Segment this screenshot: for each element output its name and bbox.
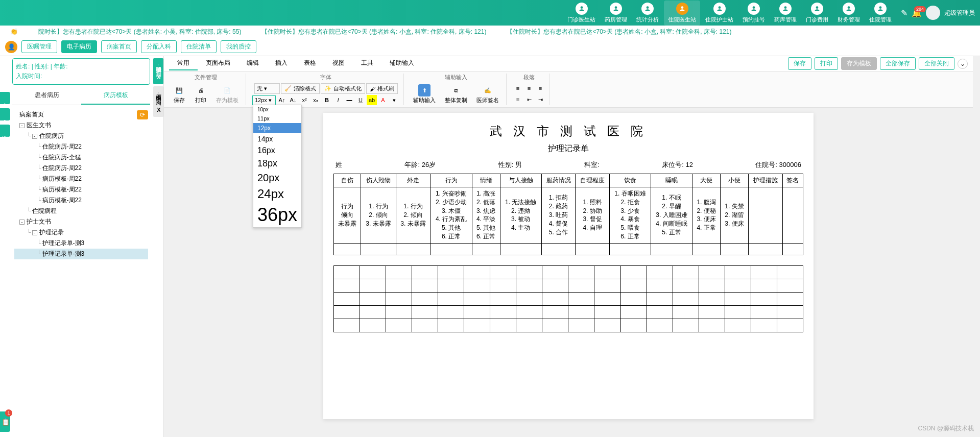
blank-cell[interactable]: [490, 279, 516, 292]
print-button[interactable]: 🖨打印: [192, 83, 210, 105]
nav-item[interactable]: 门诊费用: [802, 1, 832, 26]
auto-format-button[interactable]: ✨自动格式化: [321, 83, 365, 94]
blank-cell[interactable]: [438, 265, 464, 279]
side-tab-history[interactable]: 历史患者: [0, 125, 10, 137]
table-cell[interactable]: [500, 243, 541, 255]
blank-cell[interactable]: [647, 279, 673, 292]
superscript-icon[interactable]: x²: [299, 95, 309, 105]
font-size-option[interactable]: 14px: [253, 133, 301, 144]
nav-item[interactable]: 住院护士站: [701, 1, 737, 26]
blank-cell[interactable]: [620, 319, 647, 332]
strikethrough-icon[interactable]: —: [344, 95, 354, 105]
table-cell[interactable]: [431, 243, 472, 255]
blank-cell[interactable]: [360, 279, 386, 292]
tree-node[interactable]: └病历模板-周22: [14, 184, 148, 195]
user-name[interactable]: 超级管理员: [944, 9, 975, 17]
blank-cell[interactable]: [412, 305, 438, 319]
document-page[interactable]: 武 汉 市 测 试 医 院 护理记录单 姓 年龄: 26岁 性别: 男 科室: …: [323, 113, 814, 419]
table-cell[interactable]: [748, 243, 782, 255]
format-painter-button[interactable]: 🖌格式刷: [366, 83, 398, 94]
blank-cell[interactable]: [725, 279, 751, 292]
font-size-option[interactable]: 10px: [253, 105, 301, 114]
table-cell[interactable]: [541, 243, 576, 255]
blank-cell[interactable]: [334, 265, 360, 279]
blank-cell[interactable]: [360, 292, 386, 305]
blank-cell[interactable]: [594, 292, 620, 305]
table-cell[interactable]: [334, 243, 361, 255]
toolbar-button[interactable]: 医嘱管理: [21, 40, 57, 53]
tree-node[interactable]: └病历模板-周22: [14, 174, 148, 184]
blank-cell[interactable]: [699, 305, 725, 319]
close-icon[interactable]: X: [157, 107, 160, 113]
table-cell[interactable]: [782, 243, 803, 255]
blank-cell[interactable]: [568, 292, 594, 305]
font-size-option[interactable]: 11px: [253, 114, 301, 123]
blank-cell[interactable]: [699, 279, 725, 292]
blank-cell[interactable]: [725, 305, 751, 319]
blank-cell[interactable]: [751, 292, 777, 305]
table-cell[interactable]: 行为倾向未暴露: [334, 187, 361, 244]
toolbar-button[interactable]: 电子病历: [61, 40, 97, 53]
increase-font-icon[interactable]: A↑: [277, 95, 287, 105]
blank-cell[interactable]: [360, 265, 386, 279]
blank-cell[interactable]: [647, 305, 673, 319]
blank-cell[interactable]: [647, 292, 673, 305]
blank-cell[interactable]: [620, 279, 647, 292]
indent-left-icon[interactable]: ⇤: [524, 94, 534, 105]
tree-toggle-icon[interactable]: -: [32, 134, 37, 139]
toolbar-button[interactable]: 分配入科: [141, 40, 177, 53]
blank-cell[interactable]: [464, 279, 490, 292]
blank-cell[interactable]: [412, 265, 438, 279]
table-cell[interactable]: [576, 243, 610, 255]
blank-cell[interactable]: [516, 279, 542, 292]
menu-item[interactable]: 辅助输入: [381, 57, 422, 70]
blank-cell[interactable]: [464, 305, 490, 319]
blank-cell[interactable]: [673, 265, 699, 279]
blank-cell[interactable]: [334, 279, 360, 292]
tree-node[interactable]: -护士文书: [14, 216, 148, 227]
blank-cell[interactable]: [490, 292, 516, 305]
table-cell[interactable]: [721, 243, 749, 255]
blank-cell[interactable]: [568, 319, 594, 332]
blank-cell[interactable]: [673, 279, 699, 292]
toolbar-button[interactable]: 我的质控: [221, 40, 256, 53]
toolbar-button[interactable]: 病案首页: [101, 40, 137, 53]
table-cell[interactable]: [361, 243, 396, 255]
blank-cell[interactable]: [725, 292, 751, 305]
table-cell[interactable]: 1. 拒药2. 藏药3. 吐药4. 督促5. 合作: [541, 187, 576, 244]
font-size-option[interactable]: 24px: [253, 185, 301, 203]
font-family-select[interactable]: 无 ▾: [254, 83, 280, 94]
blank-cell[interactable]: [542, 265, 568, 279]
tree-node[interactable]: └护理记录单-测3: [14, 249, 148, 259]
blank-cell[interactable]: [699, 292, 725, 305]
blank-cell[interactable]: [334, 319, 360, 332]
side-tab-inpatient[interactable]: 在院患者: [0, 92, 10, 104]
nav-item[interactable]: 门诊医生站: [563, 1, 600, 26]
blank-cell[interactable]: [542, 305, 568, 319]
font-size-option[interactable]: 12px: [253, 123, 301, 133]
blank-cell[interactable]: [464, 292, 490, 305]
nav-item[interactable]: 药库管理: [770, 1, 801, 26]
blank-cell[interactable]: [516, 319, 542, 332]
blank-cell[interactable]: [542, 279, 568, 292]
blank-cell[interactable]: [777, 279, 803, 292]
assist-input-button[interactable]: ⬆辅助输入: [410, 83, 439, 105]
blank-cell[interactable]: [647, 319, 673, 332]
nav-item[interactable]: 统计分析: [632, 1, 663, 26]
blank-cell[interactable]: [386, 292, 412, 305]
blank-cell[interactable]: [594, 319, 620, 332]
table-cell[interactable]: 1. 照料2. 协助3. 督促4. 自理: [576, 187, 610, 244]
blank-cell[interactable]: [568, 279, 594, 292]
blank-cell[interactable]: [751, 319, 777, 332]
tree-toggle-icon[interactable]: -: [19, 220, 25, 225]
tree-node[interactable]: └住院病历-周22: [14, 141, 148, 152]
blank-cell[interactable]: [751, 279, 777, 292]
table-cell[interactable]: 1. 吞咽困难2. 拒食3. 少食4. 暴食5. 喂食6. 正常: [609, 187, 651, 244]
patient-icon[interactable]: 👤: [5, 41, 17, 53]
tree-node[interactable]: └-护理记录: [14, 227, 148, 238]
blank-cell[interactable]: [516, 265, 542, 279]
nav-item[interactable]: 住院医生站: [664, 1, 700, 26]
blank-cell[interactable]: [542, 292, 568, 305]
tree-node[interactable]: -医生文书: [14, 120, 148, 131]
blank-cell[interactable]: [568, 265, 594, 279]
